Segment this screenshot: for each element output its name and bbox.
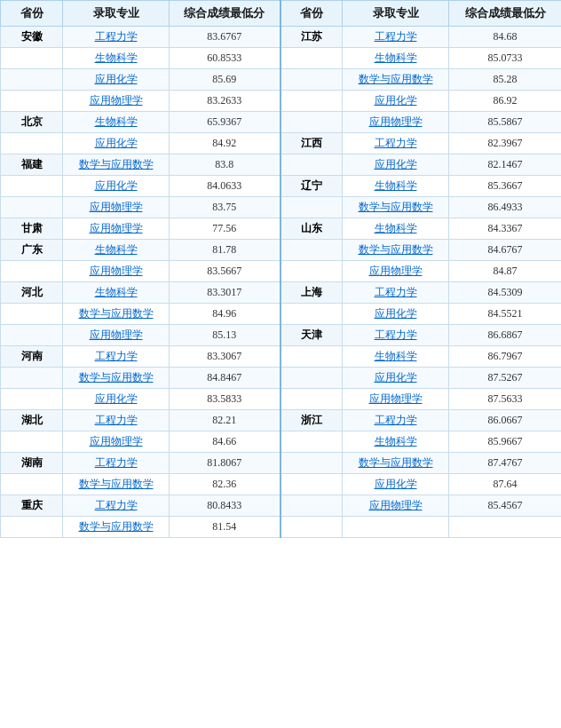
cell-major-right[interactable] [343, 517, 449, 538]
cell-major-left[interactable]: 数学与应用数学 [63, 368, 170, 389]
table-row: 应用化学83.5833应用物理学87.5633 [1, 389, 562, 410]
cell-score-right: 82.3967 [449, 133, 562, 154]
table-row: 应用化学85.69数学与应用数学85.28 [1, 69, 562, 91]
cell-major-left[interactable]: 应用物理学 [63, 91, 170, 112]
cell-score-right: 85.9667 [449, 431, 562, 453]
cell-score-left: 77.56 [170, 218, 280, 240]
cell-major-left[interactable]: 应用物理学 [63, 218, 170, 240]
cell-score-right: 86.0667 [449, 410, 562, 431]
cell-major-left[interactable]: 生物科学 [63, 282, 170, 304]
cell-major-left[interactable]: 数学与应用数学 [63, 304, 170, 325]
cell-province-right: 天津 [280, 325, 343, 346]
cell-major-left[interactable]: 数学与应用数学 [63, 517, 170, 538]
cell-score-left: 84.8467 [170, 368, 280, 389]
cell-score-left: 84.0633 [170, 176, 280, 197]
cell-major-left[interactable]: 应用化学 [63, 69, 170, 91]
table-row: 湖北工程力学82.21浙江工程力学86.0667 [1, 410, 562, 431]
cell-score-left: 82.36 [170, 474, 280, 495]
cell-score-left: 65.9367 [170, 112, 280, 133]
cell-province-right: 江苏 [280, 27, 343, 48]
cell-score-right: 84.5521 [449, 304, 562, 325]
cell-major-right[interactable]: 生物科学 [343, 176, 449, 197]
cell-province-right: 辽宁 [280, 176, 343, 197]
table-row: 湖南工程力学81.8067数学与应用数学87.4767 [1, 453, 562, 474]
cell-province-right [280, 91, 343, 112]
cell-major-left[interactable]: 应用化学 [63, 133, 170, 154]
cell-major-left[interactable]: 工程力学 [63, 495, 170, 517]
cell-major-right[interactable]: 数学与应用数学 [343, 453, 449, 474]
cell-major-right[interactable]: 应用物理学 [343, 112, 449, 133]
table-row: 安徽工程力学83.6767江苏工程力学84.68 [1, 27, 562, 48]
cell-province-left [1, 197, 63, 218]
table-row: 数学与应用数学84.96应用化学84.5521 [1, 304, 562, 325]
table-row: 应用物理学85.13天津工程力学86.6867 [1, 325, 562, 346]
cell-score-right: 85.0733 [449, 48, 562, 69]
cell-major-left[interactable]: 应用化学 [63, 176, 170, 197]
cell-major-right[interactable]: 应用化学 [343, 368, 449, 389]
cell-major-left[interactable]: 数学与应用数学 [63, 474, 170, 495]
cell-major-right[interactable]: 生物科学 [343, 48, 449, 69]
cell-province-left [1, 133, 63, 154]
header-score-left: 综合成绩最低分 [170, 1, 280, 27]
table-row: 数学与应用数学84.8467应用化学87.5267 [1, 368, 562, 389]
cell-major-left[interactable]: 应用物理学 [63, 261, 170, 282]
cell-major-right[interactable]: 生物科学 [343, 431, 449, 453]
cell-score-left: 84.96 [170, 304, 280, 325]
cell-major-left[interactable]: 生物科学 [63, 48, 170, 69]
cell-major-left[interactable]: 应用化学 [63, 389, 170, 410]
cell-score-left: 83.5833 [170, 389, 280, 410]
cell-major-right[interactable]: 应用物理学 [343, 389, 449, 410]
cell-major-left[interactable]: 生物科学 [63, 112, 170, 133]
cell-major-right[interactable]: 数学与应用数学 [343, 240, 449, 261]
cell-major-right[interactable]: 工程力学 [343, 325, 449, 346]
cell-major-right[interactable]: 工程力学 [343, 282, 449, 304]
cell-major-left[interactable]: 应用物理学 [63, 197, 170, 218]
cell-major-right[interactable]: 工程力学 [343, 410, 449, 431]
cell-major-left[interactable]: 工程力学 [63, 453, 170, 474]
table-row: 福建数学与应用数学83.8应用化学82.1467 [1, 154, 562, 176]
cell-major-right[interactable]: 应用化学 [343, 304, 449, 325]
cell-score-left: 83.3017 [170, 282, 280, 304]
cell-major-right[interactable]: 数学与应用数学 [343, 69, 449, 91]
cell-score-left: 83.6767 [170, 27, 280, 48]
cell-major-right[interactable]: 生物科学 [343, 346, 449, 368]
cell-province-left: 河南 [1, 346, 63, 368]
cell-major-left[interactable]: 工程力学 [63, 410, 170, 431]
cell-major-right[interactable]: 工程力学 [343, 133, 449, 154]
cell-score-left: 85.69 [170, 69, 280, 91]
cell-major-left[interactable]: 应用物理学 [63, 325, 170, 346]
cell-major-left[interactable]: 工程力学 [63, 27, 170, 48]
table-row: 北京生物科学65.9367应用物理学85.5867 [1, 112, 562, 133]
cell-province-right [280, 112, 343, 133]
table-row: 数学与应用数学82.36应用化学87.64 [1, 474, 562, 495]
cell-score-left: 83.8 [170, 154, 280, 176]
table-row: 应用化学84.0633辽宁生物科学85.3667 [1, 176, 562, 197]
cell-major-left[interactable]: 生物科学 [63, 240, 170, 261]
cell-province-right [280, 431, 343, 453]
cell-province-left [1, 431, 63, 453]
cell-major-left[interactable]: 应用物理学 [63, 431, 170, 453]
cell-major-right[interactable]: 生物科学 [343, 218, 449, 240]
cell-major-right[interactable]: 应用化学 [343, 474, 449, 495]
cell-province-right [280, 453, 343, 474]
cell-major-right[interactable]: 应用物理学 [343, 261, 449, 282]
cell-major-right[interactable]: 应用化学 [343, 91, 449, 112]
cell-score-right: 85.28 [449, 69, 562, 91]
cell-score-left: 81.78 [170, 240, 280, 261]
cell-major-left[interactable]: 工程力学 [63, 346, 170, 368]
cell-province-left: 河北 [1, 282, 63, 304]
cell-score-left: 83.3067 [170, 346, 280, 368]
cell-score-right: 86.4933 [449, 197, 562, 218]
header-major-right: 录取专业 [343, 1, 449, 27]
cell-province-right [280, 368, 343, 389]
cell-major-right[interactable]: 应用化学 [343, 154, 449, 176]
cell-province-left [1, 304, 63, 325]
cell-major-right[interactable]: 应用物理学 [343, 495, 449, 517]
cell-major-right[interactable]: 数学与应用数学 [343, 197, 449, 218]
cell-major-left[interactable]: 数学与应用数学 [63, 154, 170, 176]
header-province-right: 省份 [280, 1, 343, 27]
cell-major-right[interactable]: 工程力学 [343, 27, 449, 48]
table-row: 应用物理学83.2633应用化学86.92 [1, 91, 562, 112]
header-province-left: 省份 [1, 1, 63, 27]
cell-province-right: 上海 [280, 282, 343, 304]
